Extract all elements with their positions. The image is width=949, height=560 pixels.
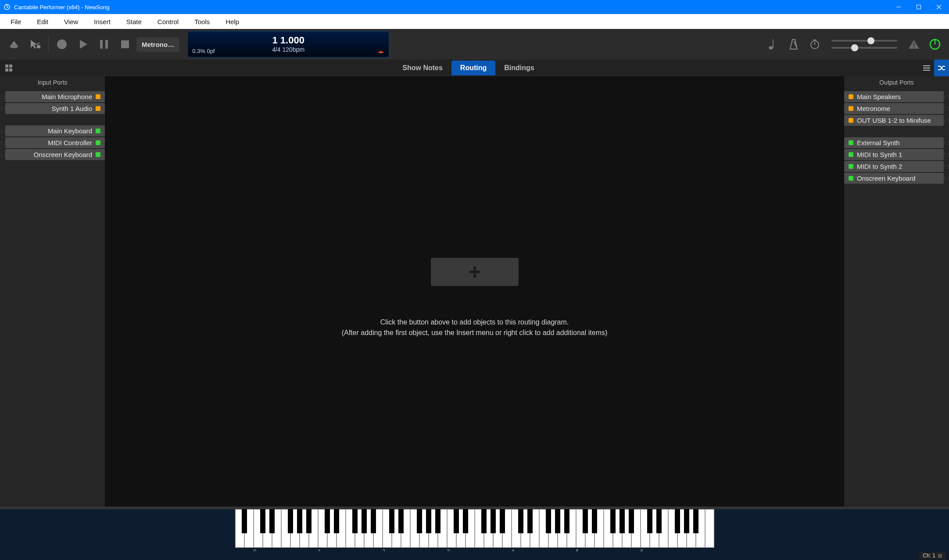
port-row[interactable]: ⋮⋮MIDI Controller [0,137,105,148]
metronome-icon[interactable] [784,34,803,55]
play-button[interactable] [73,34,93,55]
white-key[interactable] [705,509,714,548]
black-key[interactable] [435,509,440,533]
drag-handle-icon[interactable]: ⋮⋮ [944,118,949,123]
menu-tools[interactable]: Tools [186,15,218,28]
tab-routing[interactable]: Routing [451,61,495,75]
close-button[interactable] [929,0,949,14]
tab-bindings[interactable]: Bindings [495,61,543,75]
drag-handle-icon[interactable]: ⋮⋮ [944,152,949,157]
black-key[interactable] [527,509,533,533]
black-key[interactable] [491,509,496,533]
port-row[interactable]: Onscreen Keyboard⋮⋮ [844,173,949,184]
maximize-button[interactable] [909,0,929,14]
black-key[interactable] [555,509,560,533]
minimize-button[interactable] [888,0,909,14]
warning-icon[interactable] [904,34,924,55]
black-key[interactable] [371,509,376,533]
drag-handle-icon[interactable]: ⋮⋮ [0,128,5,133]
grid-view-button[interactable] [0,60,18,76]
black-key[interactable] [389,509,394,533]
output-gain-slider[interactable] [831,40,897,42]
drag-handle-icon[interactable]: ⋮⋮ [0,106,5,111]
menu-state[interactable]: State [118,15,150,28]
black-key[interactable] [675,509,680,533]
port-label: External Synth [857,139,900,146]
drag-handle-icon[interactable]: ⋮⋮ [944,94,949,99]
midi-channel-indicator[interactable]: Ch: 1 [919,552,945,559]
port-row[interactable]: ⋮⋮Synth 1 Audio [0,103,105,114]
record-button[interactable] [52,34,72,55]
routing-canvas[interactable]: Click the button above to add objects to… [105,76,844,506]
menu-view[interactable]: View [56,15,86,28]
black-key[interactable] [620,509,625,533]
transport-display[interactable]: 1 1.000 4/4 120bpm 0.3% 0pf [187,31,389,57]
timer-icon[interactable] [805,34,824,55]
list-view-button[interactable] [919,60,934,76]
metronome-preset-button[interactable]: Metrono… [136,37,179,52]
drag-handle-icon[interactable]: ⋮⋮ [944,176,949,181]
pause-button[interactable] [94,34,114,55]
pointer-unlock-button[interactable] [25,34,45,55]
menu-insert[interactable]: Insert [86,15,118,28]
black-key[interactable] [426,509,431,533]
menu-help[interactable]: Help [218,15,247,28]
black-key[interactable] [260,509,265,533]
black-key[interactable] [334,509,339,533]
menu-file[interactable]: File [3,15,29,28]
black-key[interactable] [454,509,459,533]
black-key[interactable] [288,509,293,533]
black-key[interactable] [684,509,689,533]
menu-control[interactable]: Control [150,15,186,28]
drag-handle-icon[interactable]: ⋮⋮ [944,140,949,145]
black-key[interactable] [610,509,616,533]
stop-button[interactable] [115,34,135,55]
drag-handle-icon[interactable]: ⋮⋮ [944,164,949,169]
port-row[interactable]: ⋮⋮Main Microphone [0,91,105,102]
black-key[interactable] [500,509,505,533]
black-key[interactable] [693,509,698,533]
port-row[interactable]: Metronome⋮⋮ [844,103,949,114]
black-key[interactable] [325,509,330,533]
black-key[interactable] [481,509,487,533]
black-key[interactable] [647,509,652,533]
black-key[interactable] [362,509,367,533]
black-key[interactable] [269,509,275,533]
port-row[interactable]: MIDI to Synth 2⋮⋮ [844,161,949,172]
black-key[interactable] [629,509,634,533]
port-row[interactable]: OUT USB 1-2 to Minifuse⋮⋮ [844,115,949,126]
tab-show-notes[interactable]: Show Notes [394,61,451,75]
drag-handle-icon[interactable]: ⋮⋮ [0,94,5,99]
black-key[interactable] [592,509,597,533]
drag-handle-icon[interactable]: ⋮⋮ [0,140,5,145]
onscreen-keyboard[interactable]: 0123456 [235,509,714,548]
diagram-view-button[interactable] [934,60,949,76]
titlebar: Cantabile Performer (x64) - NewSong [0,0,949,14]
menu-edit[interactable]: Edit [29,15,56,28]
note-icon[interactable] [763,34,782,55]
black-key[interactable] [518,509,523,533]
port-row[interactable]: External Synth⋮⋮ [844,137,949,148]
port-row[interactable]: ⋮⋮Main Keyboard [0,125,105,136]
add-object-button[interactable] [431,258,519,286]
black-key[interactable] [546,509,551,533]
black-key[interactable] [306,509,312,533]
black-key[interactable] [463,509,468,533]
svg-rect-8 [105,40,108,49]
black-key[interactable] [417,509,422,533]
drag-handle-icon[interactable]: ⋮⋮ [944,106,949,111]
input-gain-slider[interactable] [831,47,897,49]
black-key[interactable] [398,509,404,533]
black-key[interactable] [564,509,569,533]
drag-handle-icon[interactable]: ⋮⋮ [0,152,5,157]
black-key[interactable] [583,509,588,533]
live-mode-button[interactable] [4,34,24,55]
port-row[interactable]: Main Speakers⋮⋮ [844,91,949,102]
port-row[interactable]: MIDI to Synth 1⋮⋮ [844,149,949,160]
black-key[interactable] [352,509,358,533]
power-button[interactable] [925,34,945,55]
black-key[interactable] [656,509,662,533]
port-row[interactable]: ⋮⋮Onscreen Keyboard [0,149,105,160]
black-key[interactable] [297,509,302,533]
black-key[interactable] [242,509,247,533]
